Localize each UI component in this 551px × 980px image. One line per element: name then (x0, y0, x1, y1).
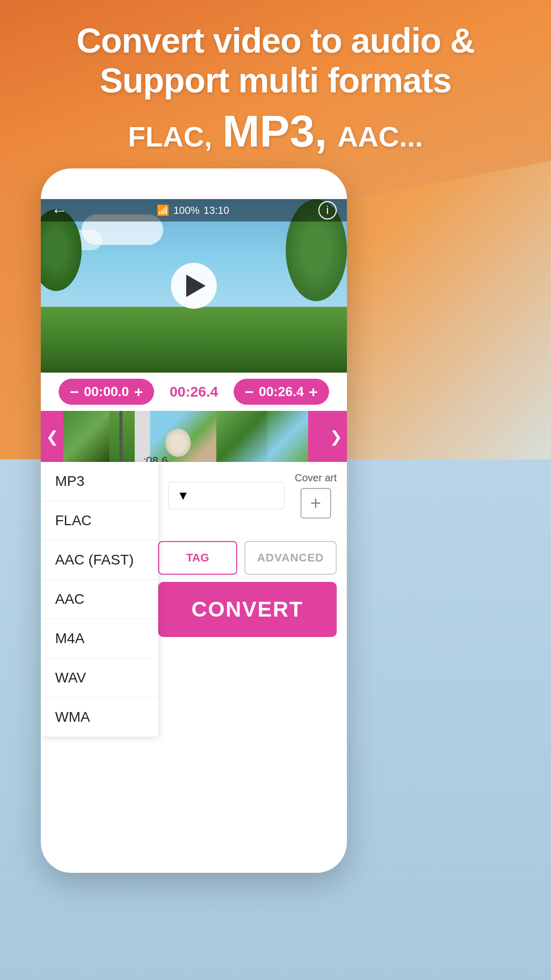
chevron-left-icon: ❮ (46, 428, 59, 446)
format-flac: FLAC, (128, 120, 212, 153)
total-duration: 00:26.4 (170, 384, 218, 400)
play-button[interactable] (41, 199, 347, 373)
film-frame-6 (267, 411, 308, 462)
film-frame-5 (216, 411, 267, 462)
end-time-control[interactable]: − 00:26.4 + (234, 379, 329, 405)
filmstrip-nav-left[interactable]: ❮ (41, 428, 63, 446)
header-formats: FLAC, MP3, AAC... (0, 105, 551, 157)
cover-art-section: Cover art + (295, 472, 337, 519)
format-option-aac-fast[interactable]: AAC (FAST) (41, 541, 158, 580)
filmstrip[interactable]: ❮ ❯ (41, 411, 347, 462)
dropdown-chevron: ▼ (177, 488, 189, 503)
start-time-control[interactable]: − 00:00.0 + (59, 379, 154, 405)
advanced-button[interactable]: ADVANCED (244, 541, 337, 575)
header-line1: Convert video to audio & (77, 21, 475, 60)
start-time-value: 00:00.0 (84, 384, 129, 400)
cover-art-label: Cover art (295, 472, 337, 484)
start-minus-btn[interactable]: − (70, 384, 79, 400)
play-triangle-icon (186, 275, 206, 297)
filmstrip-nav-right[interactable]: ❯ (324, 428, 347, 446)
start-plus-btn[interactable]: + (134, 384, 143, 400)
time-controls: − 00:00.0 + 00:26.4 − 00:26.4 + (41, 373, 347, 411)
add-icon: + (310, 493, 321, 514)
format-option-aac[interactable]: AAC (41, 580, 158, 619)
film-frames (63, 411, 324, 462)
format-row: ▼ Cover art + (168, 472, 337, 519)
format-option-wma[interactable]: WMA (41, 698, 158, 737)
format-option-flac[interactable]: FLAC (41, 501, 158, 541)
end-minus-btn[interactable]: − (245, 384, 254, 400)
tag-button[interactable]: TAG (158, 541, 237, 575)
format-option-wav[interactable]: WAV (41, 658, 158, 698)
header-title: Convert video to audio & Support multi f… (0, 20, 551, 100)
end-plus-btn[interactable]: + (309, 384, 318, 400)
chevron-right-icon: ❯ (330, 428, 342, 446)
end-time-value: 00:26.4 (259, 384, 304, 400)
format-mp3: MP3, (222, 106, 327, 156)
format-aac: AAC... (337, 120, 423, 153)
format-dropdown[interactable]: MP3 FLAC AAC (FAST) AAC M4A WAV WMA (41, 462, 158, 737)
right-panel: ▼ Cover art + (158, 462, 347, 537)
header-line2: Support multi formats (99, 61, 451, 100)
format-option-m4a[interactable]: M4A (41, 619, 158, 658)
film-frame-1 (63, 411, 109, 462)
header: Convert video to audio & Support multi f… (0, 20, 551, 157)
phone-mockup: ← 📶 100% 13:10 i − 00:00.0 + 00:26.4 − 0… (41, 168, 347, 873)
action-row: TAG ADVANCED (158, 541, 337, 575)
convert-button[interactable]: CONVERT (158, 582, 337, 637)
format-option-mp3[interactable]: MP3 (41, 462, 158, 501)
play-circle (171, 263, 217, 309)
cover-art-add-button[interactable]: + (300, 488, 331, 519)
format-selector-dropdown[interactable]: ▼ (168, 482, 285, 509)
